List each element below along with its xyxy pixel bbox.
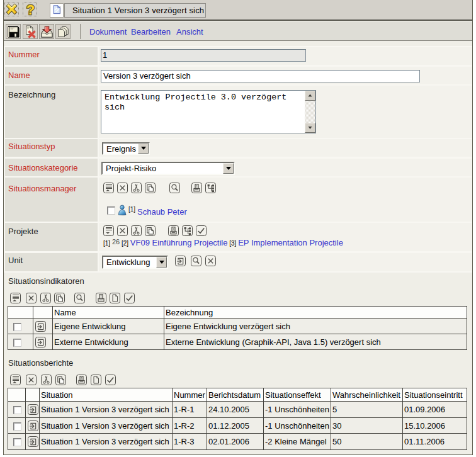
- svg-text:?: ?: [26, 3, 35, 17]
